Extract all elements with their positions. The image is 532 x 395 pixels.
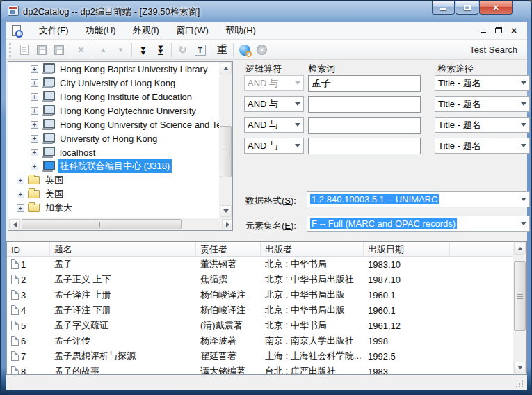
mdi-window-controls: × [476, 24, 522, 37]
column-header-pubdate[interactable]: 出版日期 [364, 242, 450, 256]
expand-icon[interactable]: + [31, 135, 38, 143]
scroll-thumb[interactable] [22, 219, 182, 229]
column-header-responsible[interactable]: 责任者 [196, 242, 261, 256]
table-row[interactable]: 2 孟子正义 上下 焦循撰 北京 : 中华书局出版社 1987.10 [7, 272, 513, 287]
record-icon [11, 305, 19, 315]
title-cell: 孟子译注 上册 [50, 289, 196, 301]
delete-record-button[interactable]: × [72, 42, 90, 58]
scroll-thumb[interactable] [220, 126, 232, 177]
tree-item-folder[interactable]: + 美国 [8, 187, 218, 201]
window-maximize-button[interactable] [456, 1, 478, 15]
toolbar-grip[interactable] [9, 43, 11, 57]
copy-record-button[interactable] [15, 42, 33, 58]
tree-item-folder[interactable]: + 加拿大 [8, 201, 218, 215]
table-vertical-scrollbar[interactable] [513, 242, 526, 374]
tree-item-server[interactable]: + City University of Hong Kong [8, 76, 218, 90]
tree-horizontal-scrollbar[interactable] [8, 218, 233, 230]
path-select-2[interactable]: Title - 题名 [435, 96, 530, 112]
table-row[interactable]: 7 孟子思想评析与探源 翟廷晋著 上海 : 上海社会科学院... 1992.5 [7, 348, 513, 364]
tree-item-server[interactable]: + University of Hong Kong [8, 131, 218, 145]
scroll-left-button[interactable] [9, 219, 20, 229]
pubdate-cell: 1983.10 [364, 259, 450, 270]
resize-grip[interactable] [515, 379, 523, 387]
stop-button[interactable]: × [253, 42, 271, 58]
window-minimize-button[interactable] [432, 1, 455, 15]
save-record-as-button[interactable] [50, 42, 67, 58]
path-select-4[interactable]: Title - 题名 [435, 138, 530, 154]
scroll-right-button[interactable] [222, 219, 233, 229]
tree-item-server[interactable]: + Hong Kong Baptist University Library [8, 62, 218, 76]
expand-icon[interactable]: + [31, 121, 38, 129]
tree-vertical-scrollbar[interactable] [219, 62, 232, 218]
tree-item-server-selected[interactable]: + 社科院联合编目中心 (3318) [8, 159, 218, 173]
operator-select-3[interactable]: AND 与 [244, 117, 304, 133]
column-header-title[interactable]: 题名 [50, 242, 196, 256]
menu-help[interactable]: 帮助(H) [217, 22, 264, 40]
expand-icon[interactable]: + [31, 79, 38, 87]
expand-icon[interactable]: + [31, 93, 38, 101]
label-mnemonic: S [284, 195, 291, 206]
id-cell: 6 [7, 336, 50, 346]
format-select[interactable]: 1.2.840.10003.5.1 -- UNIMARC [307, 191, 530, 207]
tree-items: + Hong Kong Baptist University Library +… [8, 62, 218, 215]
path-select-3[interactable]: Title - 题名 [435, 117, 530, 133]
search-term-input-2[interactable] [308, 96, 421, 113]
search-term-input-3[interactable] [308, 117, 421, 134]
search-term-input-4[interactable] [308, 138, 421, 154]
operator-select-1[interactable]: AND 与 [244, 75, 304, 91]
mdi-restore-button[interactable] [491, 24, 506, 37]
element-set-select[interactable]: F -- Full (MARC and OPAC records) [307, 216, 530, 232]
table-row[interactable]: 5 孟子字义疏证 (清)戴震著 北京 : 中华书局 1961.12 [7, 318, 513, 333]
search-term-input-1[interactable] [308, 75, 421, 92]
path-select-1[interactable]: Title - 题名 [435, 75, 530, 91]
title-bar[interactable]: dp2Catalog -- dp2编目前端 - [Z39.50检索窗] × [1, 1, 531, 22]
web-search-button[interactable] [236, 42, 253, 58]
refresh-record-button[interactable]: ↻ [174, 42, 191, 58]
scroll-up-button[interactable] [514, 243, 526, 255]
scroll-up-button[interactable] [220, 63, 232, 74]
fetch-more-button[interactable]: ▾ ▾ [134, 42, 152, 58]
tree-item-server[interactable]: + localhost [8, 145, 218, 159]
scroll-down-button[interactable] [514, 362, 526, 373]
tree-item-server[interactable]: + Hong Kong Institute of Education [8, 90, 218, 104]
test-search-label[interactable]: Test Search [469, 45, 517, 55]
column-header-publisher[interactable]: 出版者 [261, 242, 364, 256]
table-row[interactable]: 4 孟子译注 下册 杨伯峻译注 北京 : 中华书局出版 1960.1 [7, 303, 513, 318]
column-header-id[interactable]: ID [7, 242, 50, 256]
menu-window[interactable]: 窗口(W) [168, 22, 217, 40]
expand-icon[interactable]: + [31, 65, 38, 73]
text-view-button[interactable]: T [191, 42, 209, 58]
scroll-thumb[interactable] [514, 261, 526, 331]
re-search-button[interactable]: 重 [213, 42, 231, 58]
tree-item-server[interactable]: + Hong Kong Polytechnic University [8, 104, 218, 118]
move-down-button[interactable]: ▾ [112, 42, 129, 58]
expand-icon[interactable]: + [31, 163, 38, 170]
move-up-button[interactable]: ▴ [95, 42, 112, 58]
operator-select-4[interactable]: AND 与 [244, 138, 304, 154]
save-record-button[interactable] [33, 42, 50, 58]
table-row[interactable]: 1 孟子 董洪钢著 北京 : 中华书局 1983.10 [7, 257, 513, 272]
menu-file[interactable]: 文件(F) [31, 22, 77, 40]
expand-icon[interactable]: + [17, 204, 24, 212]
expand-icon[interactable]: + [31, 149, 38, 156]
menu-function[interactable]: 功能(U) [77, 22, 124, 40]
mdi-close-button[interactable]: × [506, 24, 522, 37]
expand-icon[interactable]: + [31, 107, 38, 115]
table-row[interactable]: 8 孟子的故事 谭大铭编著 台北 : 庄严出版社 1983 [7, 364, 513, 375]
tree-item-folder[interactable]: + 英国 [8, 173, 218, 187]
mdi-minimize-button[interactable] [476, 24, 491, 37]
chevron-down-icon [292, 97, 303, 111]
menu-appearance[interactable]: 外观(I) [124, 22, 168, 40]
tree-item-server[interactable]: + Hong Kong University of Science and Te… [8, 118, 218, 131]
expand-icon[interactable]: + [17, 177, 24, 184]
thumb-grip-icon [102, 222, 102, 227]
table-row[interactable]: 6 孟子评传 杨泽波著 南京 : 南京大学出版社 1998 [7, 333, 513, 348]
window-close-button[interactable]: × [479, 1, 513, 15]
computer-icon [42, 133, 54, 144]
scroll-down-button[interactable] [220, 205, 232, 217]
operator-select-2[interactable]: AND 与 [244, 96, 304, 112]
expand-icon[interactable]: + [17, 191, 24, 198]
table-row[interactable]: 3 孟子译注 上册 杨伯峻译注 北京 : 中华书局出版 1960.1 [7, 287, 513, 303]
table-header-row: ID 题名 责任者 出版者 出版日期 [7, 242, 513, 257]
fetch-all-button[interactable]: ▾ ▾ [152, 42, 169, 58]
